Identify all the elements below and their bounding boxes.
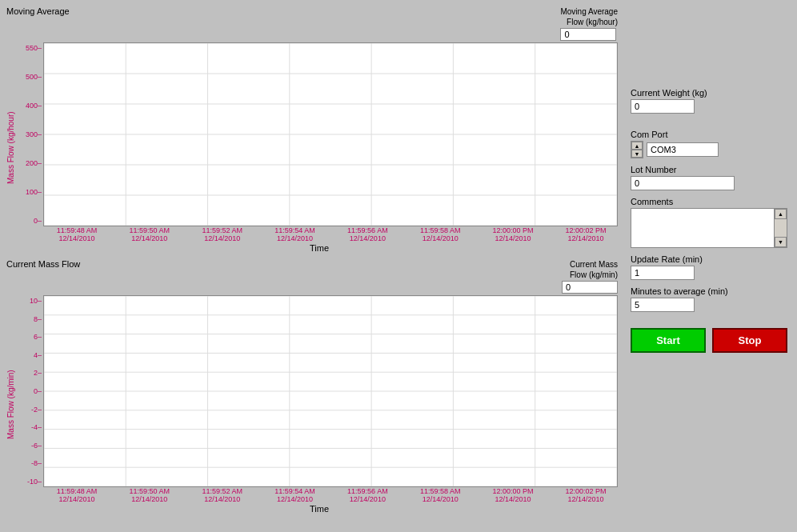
x-label-6: 12:00:00 PM12/14/2010	[481, 226, 545, 242]
current-mass-flow-title: Current Mass Flow	[6, 259, 80, 269]
cmf-y-tick-10: 10–	[21, 297, 42, 305]
moving-average-chart-container: Moving Average Moving AverageFlow (kg/ho…	[6, 6, 618, 253]
y-tick-500: 500–	[21, 73, 42, 81]
update-rate-label: Update Rate (min)	[631, 254, 787, 264]
x-label-7: 12:00:02 PM12/14/2010	[554, 226, 618, 242]
x-label-5: 11:59:58 AM12/14/2010	[408, 226, 472, 242]
comments-scroll-track	[775, 219, 787, 237]
cmf-y-tick-n6: -6–	[21, 442, 42, 450]
moving-average-title: Moving Average	[6, 6, 70, 16]
moving-average-flow-section: Moving AverageFlow (kg/hour)	[560, 6, 618, 41]
right-panel: Current Weight (kg) Com Port ▲ ▼ Lot Num…	[621, 0, 797, 532]
update-rate-group: Update Rate (min)	[631, 254, 787, 280]
current-mass-flow-chart-container: Current Mass Flow Current MassFlow (kg/m…	[6, 259, 618, 514]
current-weight-label: Current Weight (kg)	[631, 88, 787, 98]
x-label-2: 11:59:52 AM12/14/2010	[190, 226, 254, 242]
current-mass-flow-section: Current MassFlow (kg/min)	[562, 259, 618, 294]
comments-textarea-wrapper: ▲ ▼	[631, 208, 787, 248]
current-weight-input[interactable]	[631, 99, 695, 114]
comments-group: Comments ▲ ▼	[631, 197, 787, 248]
cmf-x-label-6: 12:00:00 PM12/14/2010	[481, 487, 545, 503]
cmf-y-tick-n8: -8–	[21, 459, 42, 467]
cmf-x-label-3: 11:59:54 AM12/14/2010	[263, 487, 327, 503]
moving-average-x-title: Time	[21, 243, 618, 253]
x-label-4: 11:59:56 AM12/14/2010	[335, 226, 399, 242]
moving-average-y-axis-label: Mass Flow (kg/hour)	[6, 42, 19, 253]
comments-scrollbar[interactable]: ▲ ▼	[775, 208, 787, 248]
cmf-x-label-4: 11:59:56 AM12/14/2010	[335, 487, 399, 503]
cmf-y-tick-n10: -10–	[21, 478, 42, 486]
cmf-x-label-1: 11:59:50 AM12/14/2010	[118, 487, 182, 503]
x-label-1: 11:59:50 AM12/14/2010	[118, 226, 182, 242]
moving-average-chart-header: Moving Average Moving AverageFlow (kg/ho…	[6, 6, 618, 41]
moving-average-chart-wrapper: Mass Flow (kg/hour) 550– 500– 400– 300– …	[6, 42, 618, 253]
y-tick-400: 400–	[21, 102, 42, 110]
com-port-down-button[interactable]: ▼	[631, 150, 643, 158]
lot-number-input[interactable]	[631, 176, 735, 190]
cmf-y-tick-8: 8–	[21, 315, 42, 323]
current-mass-flow-value[interactable]	[562, 281, 618, 294]
cmf-x-label-0: 11:59:48 AM12/14/2010	[45, 487, 109, 503]
current-mass-flow-x-labels: 11:59:48 AM12/14/2010 11:59:50 AM12/14/2…	[21, 487, 618, 503]
minutes-to-average-label: Minutes to average (min)	[631, 286, 787, 296]
com-port-row: ▲ ▼	[631, 141, 787, 158]
cmf-x-label-7: 12:00:02 PM12/14/2010	[554, 487, 618, 503]
y-tick-100: 100–	[21, 188, 42, 196]
start-button[interactable]: Start	[631, 328, 706, 353]
current-mass-flow-chart-wrapper: Mass Flow (kg/min) 10– 8– 6– 4– 2– 0– -2…	[6, 295, 618, 514]
moving-average-chart-area	[43, 42, 618, 226]
current-mass-flow-chart-area	[43, 295, 618, 487]
current-mass-flow-grid	[44, 296, 617, 486]
current-weight-group: Current Weight (kg)	[631, 88, 787, 114]
minutes-to-average-input[interactable]	[631, 298, 695, 312]
cmf-y-tick-n2: -2–	[21, 406, 42, 414]
com-port-up-button[interactable]: ▲	[631, 142, 643, 150]
y-tick-300: 300–	[21, 130, 42, 138]
current-mass-flow-x-title: Time	[21, 504, 618, 514]
lot-number-label: Lot Number	[631, 165, 787, 174]
lot-number-group: Lot Number	[631, 165, 787, 190]
cmf-x-label-2: 11:59:52 AM12/14/2010	[190, 487, 254, 503]
y-tick-550: 550–	[21, 44, 42, 52]
comments-scroll-down[interactable]: ▼	[775, 237, 787, 247]
com-port-input[interactable]	[647, 142, 719, 157]
current-mass-flow-y-axis-label: Mass Flow (kg/min)	[6, 295, 19, 514]
y-tick-0: 0–	[21, 217, 42, 225]
moving-average-x-labels: 11:59:48 AM12/14/2010 11:59:50 AM12/14/2…	[21, 226, 618, 242]
update-rate-input[interactable]	[631, 266, 695, 280]
com-port-spinner[interactable]: ▲ ▼	[631, 141, 643, 158]
main-area: Moving Average Moving AverageFlow (kg/ho…	[0, 0, 621, 532]
current-mass-flow-chart-header: Current Mass Flow Current MassFlow (kg/m…	[6, 259, 618, 294]
comments-label: Comments	[631, 197, 787, 206]
action-buttons: Start Stop	[631, 328, 787, 353]
y-tick-200: 200–	[21, 159, 42, 167]
cmf-y-tick-0: 0–	[21, 387, 42, 395]
stop-button[interactable]: Stop	[712, 328, 787, 353]
com-port-label: Com Port	[631, 130, 787, 139]
comments-textarea[interactable]	[631, 208, 775, 248]
minutes-to-average-group: Minutes to average (min)	[631, 286, 787, 312]
cmf-x-label-5: 11:59:58 AM12/14/2010	[408, 487, 472, 503]
cmf-y-tick-4: 4–	[21, 351, 42, 359]
comments-scroll-up[interactable]: ▲	[775, 209, 787, 219]
moving-average-flow-value[interactable]	[560, 28, 616, 41]
current-mass-flow-label: Current MassFlow (kg/min)	[562, 259, 618, 280]
moving-average-flow-label: Moving AverageFlow (kg/hour)	[560, 6, 618, 27]
cmf-y-tick-2: 2–	[21, 369, 42, 377]
cmf-y-tick-n4: -4–	[21, 423, 42, 431]
x-label-3: 11:59:54 AM12/14/2010	[263, 226, 327, 242]
cmf-y-tick-6: 6–	[21, 333, 42, 341]
x-label-0: 11:59:48 AM12/14/2010	[45, 226, 109, 242]
moving-average-grid	[44, 43, 617, 226]
com-port-group: Com Port ▲ ▼	[631, 130, 787, 158]
